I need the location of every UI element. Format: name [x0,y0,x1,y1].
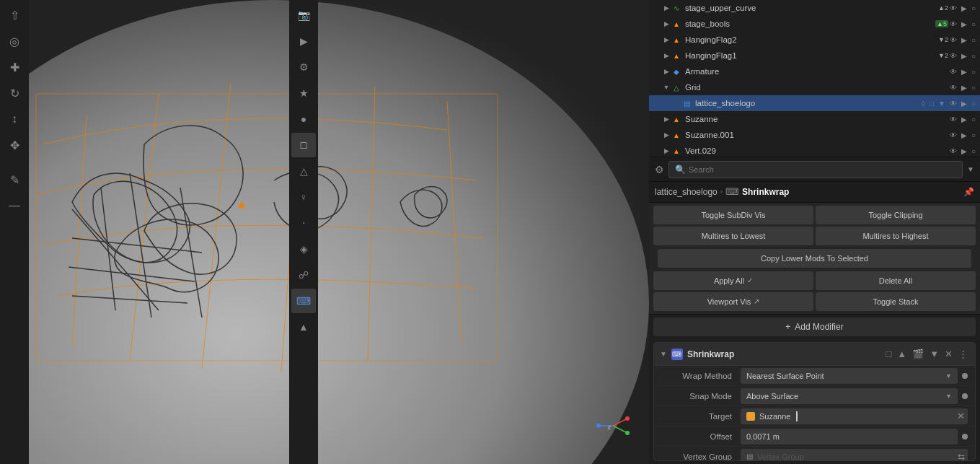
sidebar-icon-select[interactable]: ⇧ [2,3,27,27]
viewport[interactable]: Z ⇧ ◎ ✚ ↻ ↕ ✥ ✎ — 📷 ▶ ⚙ ★ ● □ △ ♀ ⋅ ◈ ☍ … [0,0,649,464]
ps-icon-view-layer[interactable]: ⚙ [291,55,316,79]
expand-arrow[interactable]: ▶ [662,131,671,139]
render-icon[interactable]: ○ [970,4,977,12]
camera-icon[interactable]: ▶ [960,4,968,12]
ps-icon-scene[interactable]: ★ [291,81,316,105]
pin-icon[interactable]: 📌 [963,187,974,197]
multires-lowest-button[interactable]: Multires to Lowest [653,227,813,245]
ps-icon-constraints[interactable]: ☍ [291,263,316,287]
sw-offset-field[interactable]: 0.0071 m [741,429,958,445]
search-box[interactable]: 🔍 [668,161,963,178]
ps-icon-modifier[interactable]: ⌨ [291,289,316,313]
sidebar-icon-move[interactable]: ✚ [2,55,27,79]
sw-snap-mode-dropdown[interactable]: Above Surface ▼ [741,388,958,404]
camera-icon[interactable]: ▶ [960,36,968,44]
viewport-vis-button[interactable]: Viewport Vis ↗ [653,292,813,311]
sidebar-icon-cursor[interactable]: ◎ [2,29,27,53]
render-icon[interactable]: ○ [970,68,977,76]
outliner-row-hangingflag1[interactable]: ▶ ▲ HangingFlag1 ▼2 👁 ▶ ○ [649,48,980,64]
visibility-icon[interactable]: 👁 [948,115,958,123]
ps-icon-particles[interactable]: ⋅ [291,211,316,235]
search-input[interactable] [689,165,956,174]
outliner-row-stage-upper-curve[interactable]: ▶ ∿ stage_upper_curve ▲2 👁 ▶ ○ [649,0,980,16]
ps-icon-world[interactable]: ● [291,107,316,131]
visibility-icon[interactable]: 👁 [948,36,958,44]
sidebar-icon-scale[interactable]: ↕ [2,107,27,131]
visibility-icon[interactable]: 👁 [948,131,958,139]
sw-dropdown-icon[interactable]: ▼ [928,347,940,361]
expand-arrow[interactable]: ▶ [662,115,671,123]
sidebar-icon-transform[interactable]: ✥ [2,133,27,157]
copy-lower-mods-button[interactable]: Copy Lower Mods To Selected [658,249,971,268]
sw-camera-icon[interactable]: 🎬 [911,347,925,361]
sidebar-icon-measure[interactable]: — [2,193,27,218]
visibility-icon[interactable]: 👁 [948,4,958,12]
expand-arrow[interactable]: ▶ [662,36,671,43]
expand-arrow[interactable]: ▶ [662,20,671,27]
camera-icon[interactable]: ▶ [960,100,968,108]
add-modifier-button[interactable]: + Add Modifier [653,318,976,337]
sw-target-clear[interactable]: ✕ [957,411,965,421]
render-icon[interactable]: ○ [970,84,977,92]
sw-realtime-icon[interactable]: □ [884,347,893,361]
visibility-icon[interactable]: 👁 [948,84,958,92]
camera-icon[interactable]: ▶ [960,52,968,60]
sw-close-icon[interactable]: ✕ [943,347,954,361]
sidebar-icon-rotate[interactable]: ↻ [2,81,27,105]
camera-icon[interactable]: ▶ [960,115,968,123]
render-icon[interactable]: ○ [970,20,977,28]
sw-expand-arrow[interactable]: ▼ [660,350,667,358]
camera-icon[interactable]: ▶ [960,84,968,92]
expand-arrow[interactable]: ▶ [662,68,671,75]
outliner-row-stage-bools[interactable]: ▶ ▲ stage_bools ▲5 👁 ▶ ○ [649,16,980,32]
outliner-row-grid[interactable]: ▼ △ Grid 👁 ▶ ○ [649,79,980,95]
render-icon[interactable]: ○ [970,131,977,139]
sw-menu-icon[interactable]: ⋮ [957,347,969,361]
toggle-stack-button[interactable]: Toggle Stack [816,292,976,311]
outliner-row-suzanne001[interactable]: ▶ ▲ Suzanne.001 👁 ▶ ○ [649,127,980,143]
render-icon[interactable]: ○ [970,52,977,60]
sw-target-field[interactable]: Suzanne ✕ [741,408,968,424]
expand-arrow[interactable]: ▶ [662,52,671,59]
camera-icon[interactable]: ▶ [960,147,968,155]
outliner-row-hangingflag2[interactable]: ▶ ▲ HangingFlag2 ▼2 👁 ▶ ○ [649,32,980,48]
outliner-row-suzanne[interactable]: ▶ ▲ Suzanne 👁 ▶ ○ [649,111,980,127]
camera-icon[interactable]: ▶ [960,20,968,28]
ps-icon-mesh[interactable]: △ [291,159,316,183]
ps-icon-object[interactable]: □ [291,133,316,157]
render-icon[interactable]: ○ [970,115,977,123]
visibility-icon[interactable]: 👁 [948,20,958,28]
toggle-clipping-button[interactable]: Toggle Clipping [816,206,976,224]
sw-render-icon[interactable]: ▲ [896,347,908,361]
expand-arrow[interactable]: ▶ [662,4,671,12]
sw-wrap-method-dropdown[interactable]: Nearest Surface Point ▼ [741,368,958,384]
lattice-icon[interactable]: ◊ [920,100,927,108]
ps-icon-render[interactable]: 📷 [291,3,316,27]
visibility-icon[interactable]: 👁 [948,100,958,108]
sidebar-icon-annotate[interactable]: ✎ [2,167,27,192]
outliner[interactable]: ▶ ∿ stage_upper_curve ▲2 👁 ▶ ○ ▶ ▲ stage… [649,0,980,157]
expand-arrow[interactable]: ▼ [662,84,671,91]
apply-all-button[interactable]: Apply All ✓ [653,271,813,290]
render-icon[interactable]: ○ [970,36,977,44]
multires-highest-button[interactable]: Multires to Highest [816,227,976,245]
ps-icon-output[interactable]: ▶ [291,29,316,53]
camera-icon[interactable]: ▶ [960,68,968,76]
render-icon[interactable]: ○ [970,147,977,155]
object-icon[interactable]: □ [928,100,935,108]
ps-icon-physics[interactable]: ◈ [291,237,316,261]
sw-vgroup-transfer-arrow[interactable]: ⇆ [958,452,965,461]
visibility-icon[interactable]: 👁 [948,52,958,60]
camera-icon[interactable]: ▶ [960,131,968,139]
search-chevron[interactable]: ▼ [967,165,974,173]
outliner-row-vert029[interactable]: ▶ ▲ Vert.029 👁 ▶ ○ [649,143,980,157]
outliner-row-lattice-shoelogo[interactable]: ▤ lattice_shoelogo ◊ □ ▼ 👁 ▶ ○ [649,95,980,111]
expand-arrow[interactable]: ▶ [662,147,671,154]
sw-vertex-group-field[interactable]: ▤ Vertex Group ⇆ [741,449,968,461]
ps-icon-material[interactable]: ♀ [291,185,316,209]
ps-icon-shader[interactable]: ▲ [291,315,316,339]
visibility-icon[interactable]: 👁 [948,68,958,76]
modifier-icon[interactable]: ▼ [937,100,947,108]
delete-all-button[interactable]: Delete All [816,271,976,290]
toggle-subdiv-vis-button[interactable]: Toggle SubDiv Vis [653,206,813,224]
